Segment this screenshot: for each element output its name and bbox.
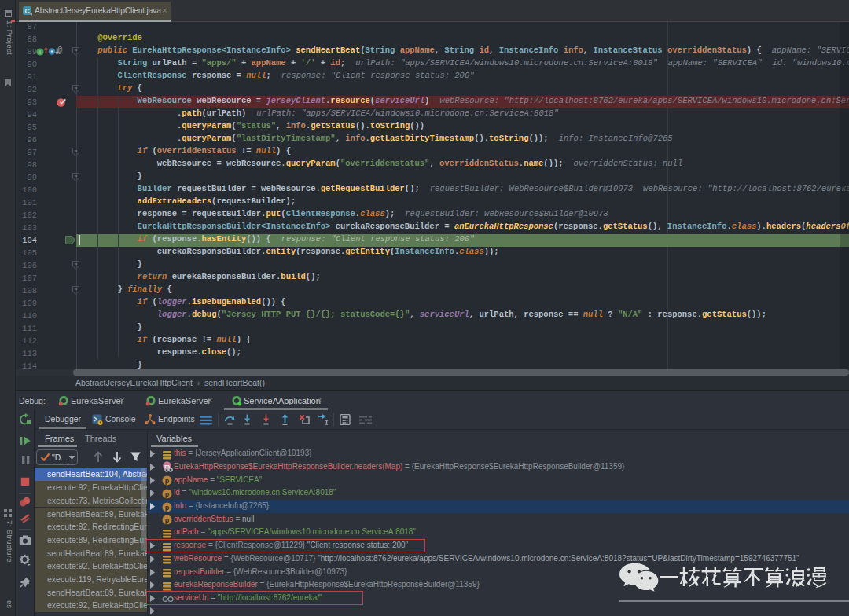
svg-text:p: p [165, 490, 170, 498]
svg-text:p: p [165, 477, 170, 485]
svg-text:p: p [165, 503, 170, 511]
svg-text:C: C [24, 7, 29, 15]
svg-text:p: p [165, 516, 170, 524]
